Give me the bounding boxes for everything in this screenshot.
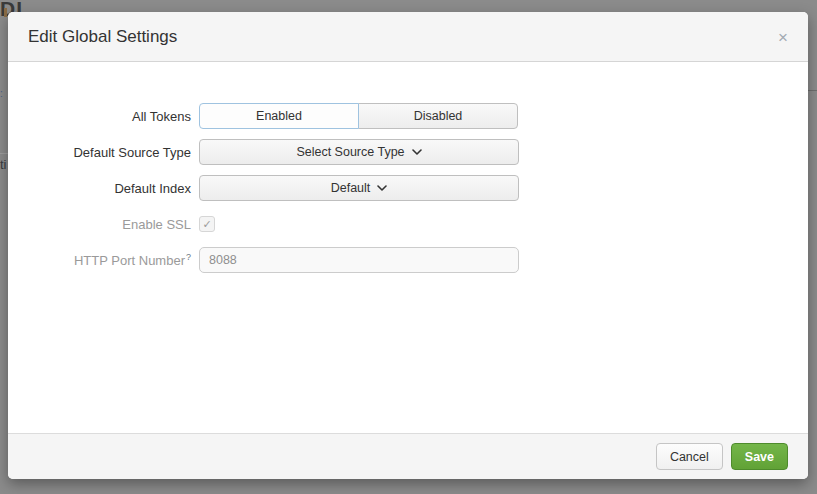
all-tokens-row: All Tokens Enabled Disabled — [8, 103, 808, 129]
close-icon[interactable]: × — [774, 24, 792, 49]
default-index-dropdown[interactable]: Default — [199, 175, 519, 201]
enable-ssl-label: Enable SSL — [8, 217, 199, 232]
modal-header: Edit Global Settings × — [8, 12, 808, 62]
default-index-value: Default — [331, 181, 371, 195]
http-port-label: HTTP Port Number? — [8, 252, 199, 268]
http-port-label-text: HTTP Port Number — [74, 253, 185, 268]
all-tokens-disabled-button[interactable]: Disabled — [358, 103, 518, 129]
all-tokens-enabled-button[interactable]: Enabled — [199, 103, 359, 129]
checkbox-check-icon: ✓ — [202, 218, 211, 230]
chevron-down-icon — [377, 185, 387, 191]
all-tokens-label: All Tokens — [8, 109, 199, 124]
modal-body: All Tokens Enabled Disabled Default Sour… — [8, 62, 808, 273]
default-source-type-row: Default Source Type Select Source Type — [8, 139, 808, 165]
default-source-type-dropdown[interactable]: Select Source Type — [199, 139, 519, 165]
http-port-row: HTTP Port Number? — [8, 247, 808, 273]
all-tokens-toggle: Enabled Disabled — [199, 103, 518, 129]
default-index-label: Default Index — [8, 181, 199, 196]
default-source-type-label: Default Source Type — [8, 145, 199, 160]
http-port-input — [199, 247, 519, 273]
edit-global-settings-modal: Edit Global Settings × All Tokens Enable… — [8, 12, 808, 479]
enable-ssl-row: Enable SSL ✓ — [8, 211, 808, 237]
chevron-down-icon — [412, 149, 422, 155]
modal-title: Edit Global Settings — [28, 27, 177, 47]
help-superscript: ? — [186, 252, 191, 262]
dimmed-rowtext-fragment: ti — [0, 157, 7, 172]
default-source-type-value: Select Source Type — [296, 145, 404, 159]
modal-footer: Cancel Save — [8, 433, 808, 479]
save-button[interactable]: Save — [731, 443, 788, 470]
dimmed-orange-fragment — [4, 8, 7, 17]
cancel-button[interactable]: Cancel — [656, 443, 723, 470]
enable-ssl-checkbox: ✓ — [199, 216, 215, 232]
dimmed-divider-right — [808, 90, 817, 91]
default-index-row: Default Index Default — [8, 175, 808, 201]
